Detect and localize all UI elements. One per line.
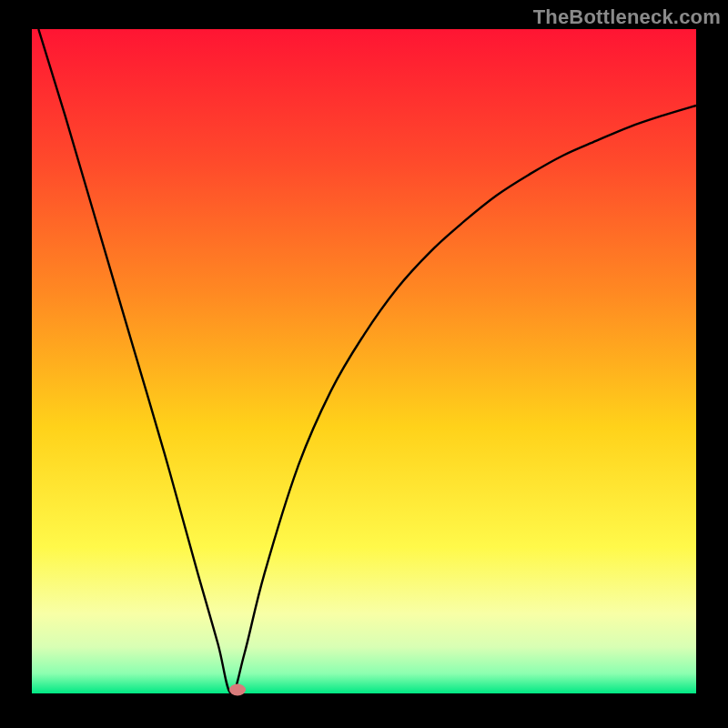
curve-path <box>38 29 696 693</box>
watermark-text: TheBottleneck.com <box>533 5 721 29</box>
optimum-marker <box>229 684 246 696</box>
plot-area <box>32 29 696 693</box>
chart-stage: TheBottleneck.com <box>0 0 728 728</box>
bottleneck-curve <box>32 29 696 693</box>
